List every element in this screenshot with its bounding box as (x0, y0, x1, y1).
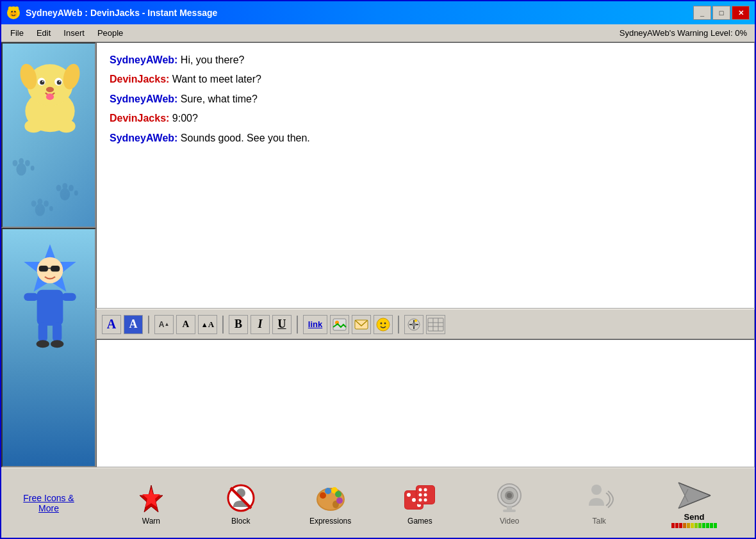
font-smaller-button[interactable]: A ▲ (154, 315, 174, 334)
svg-point-6 (16, 163, 26, 175)
talk-icon (582, 481, 616, 515)
font-highlight-button[interactable]: A (124, 315, 143, 334)
svg-point-90 (507, 493, 512, 498)
svg-point-30 (59, 81, 60, 82)
block-icon (224, 481, 258, 515)
menu-people[interactable]: People (91, 26, 129, 40)
warn-button[interactable]: Warn (129, 481, 174, 526)
avatar-bottom (1, 228, 96, 467)
svg-point-54 (412, 323, 416, 326)
menu-file[interactable]: File (4, 26, 30, 40)
svg-point-11 (60, 188, 70, 200)
block-label: Block (231, 517, 250, 526)
svg-point-76 (407, 493, 411, 497)
svg-rect-37 (39, 266, 48, 271)
svg-point-19 (44, 200, 49, 207)
svg-point-9 (25, 160, 30, 166)
chat-message: DevinJacks: 9:00? (110, 111, 741, 125)
free-icons-link[interactable]: Free Icons &More (23, 493, 74, 513)
svg-point-72 (335, 491, 341, 497)
message-input[interactable] (96, 339, 755, 467)
svg-point-14 (69, 185, 74, 191)
svg-point-51 (381, 322, 382, 324)
msg-text-1: Hi, you there? (181, 54, 245, 65)
svg-point-15 (74, 191, 78, 196)
bottom-left-panel: Free Icons &More (1, 469, 96, 538)
svg-point-50 (377, 318, 390, 331)
send-icon (675, 479, 713, 512)
window-controls: _ □ ✕ (693, 6, 750, 20)
svg-point-34 (57, 120, 76, 133)
bold-button[interactable]: B (229, 315, 248, 334)
menu-insert[interactable]: Insert (57, 26, 91, 40)
im-window: SydneyAWeb : DevinJacks - Instant Messag… (0, 0, 756, 539)
expressions-label: Expressions (309, 517, 351, 526)
svg-rect-56 (428, 318, 443, 331)
send-button[interactable]: Send (666, 476, 722, 531)
image-button[interactable] (330, 315, 349, 334)
svg-point-17 (31, 200, 37, 207)
username-sydney-2: SydneyAWeb: (110, 93, 177, 104)
svg-point-13 (62, 183, 67, 189)
action-buttons: Warn Block (96, 469, 755, 538)
smiley-button[interactable] (374, 315, 393, 334)
star-avatar-svg (14, 236, 86, 364)
font-color-button[interactable]: A (102, 315, 121, 334)
toolbar-separator-1 (148, 316, 149, 334)
maximize-button[interactable]: □ (712, 6, 730, 20)
video-button[interactable]: Video (487, 481, 532, 526)
svg-rect-44 (53, 323, 62, 342)
username-devin-2: DevinJacks: (110, 113, 169, 124)
msg-text-4: 9:00? (172, 113, 198, 124)
svg-point-12 (56, 185, 62, 191)
font-normal-button[interactable]: A (176, 315, 195, 334)
svg-point-85 (419, 498, 422, 501)
svg-point-16 (35, 204, 45, 216)
italic-button[interactable]: I (251, 315, 270, 334)
underline-button[interactable]: U (272, 315, 292, 334)
minimize-button[interactable]: _ (693, 6, 711, 20)
svg-rect-41 (24, 293, 38, 301)
avatar-top (1, 42, 96, 228)
email-button[interactable] (352, 315, 371, 334)
chat-message: SydneyAWeb: Sure, what time? (110, 92, 741, 106)
svg-point-32 (46, 93, 54, 100)
svg-point-7 (13, 160, 18, 166)
svg-point-82 (424, 488, 427, 491)
svg-point-84 (424, 493, 427, 496)
svg-point-86 (424, 498, 427, 501)
title-bar: SydneyAWeb : DevinJacks - Instant Messag… (1, 1, 755, 24)
games-button[interactable]: Games (397, 481, 442, 526)
svg-point-28 (57, 80, 62, 84)
bottom-bar: Free Icons &More Warn (1, 467, 755, 538)
plugin-button[interactable] (404, 315, 423, 334)
svg-point-1 (10, 11, 17, 17)
warning-level: SydneyAWeb's Warning Level: 0% (620, 28, 752, 38)
svg-point-73 (336, 497, 343, 504)
svg-rect-40 (37, 290, 63, 326)
chars-button[interactable] (426, 315, 445, 334)
link-button[interactable]: link (303, 315, 327, 334)
menu-edit[interactable]: Edit (30, 26, 57, 40)
svg-rect-92 (503, 510, 516, 512)
toolbar-separator-2 (222, 316, 224, 334)
block-button[interactable]: Block (218, 481, 263, 526)
chat-message: DevinJacks: Want to meet later? (110, 72, 741, 86)
msg-text-2: Want to meet later? (172, 74, 261, 84)
chat-area[interactable]: SydneyAWeb: Hi, you there? DevinJacks: W… (96, 42, 755, 309)
svg-point-18 (37, 198, 42, 205)
svg-rect-43 (38, 323, 47, 342)
left-panel (1, 42, 96, 467)
talk-button[interactable]: Talk (577, 481, 621, 526)
right-panel: SydneyAWeb: Hi, you there? DevinJacks: W… (96, 42, 755, 467)
font-larger-button[interactable]: ▲A (198, 315, 217, 334)
expressions-button[interactable]: Expressions (308, 481, 353, 526)
svg-point-69 (320, 492, 326, 499)
format-toolbar: A A A ▲ A ▲A B I (96, 309, 755, 339)
svg-marker-95 (678, 483, 711, 508)
msg-text-3: Sure, what time? (181, 93, 258, 104)
aim-icon (6, 6, 21, 20)
close-button[interactable]: ✕ (732, 6, 750, 20)
svg-point-29 (42, 81, 44, 82)
svg-point-81 (419, 488, 422, 491)
